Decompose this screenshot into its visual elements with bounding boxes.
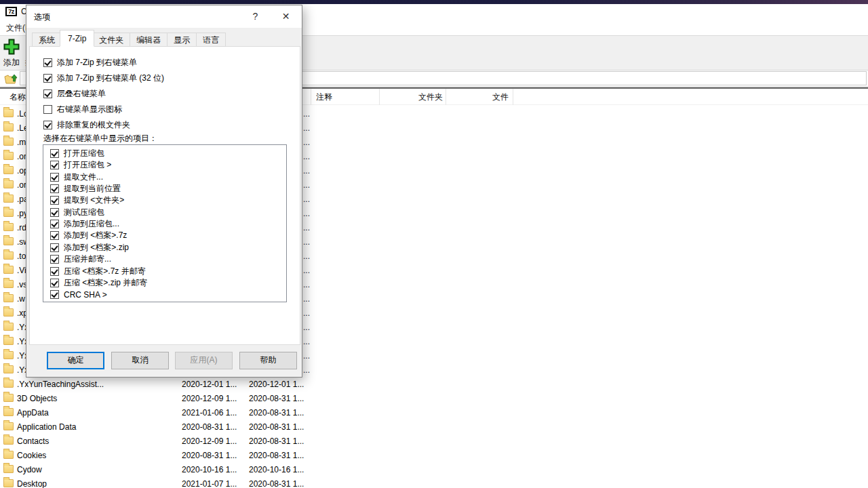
folder-icon <box>3 436 14 445</box>
file-name: .or <box>17 180 26 190</box>
file-created-date: 2020-08-31 1... <box>249 451 304 460</box>
file-name: .YxYunTeachingAssist... <box>17 380 104 389</box>
add-button[interactable]: 添加 <box>0 38 23 68</box>
checkbox-checked-icon[interactable] <box>50 290 59 299</box>
menu-item-row[interactable]: 压缩并邮寄... <box>50 254 111 264</box>
dialog-close-button[interactable]: ✕ <box>271 5 301 28</box>
file-row[interactable]: 3D Objects2020-12-09 1...2020-08-31 1... <box>0 391 868 405</box>
folder-icon <box>3 209 14 217</box>
tab-7-Zip[interactable]: 7-Zip <box>60 30 94 47</box>
truncated-date-tail: ... <box>303 351 310 361</box>
menu-item-row[interactable]: 打开压缩包 > <box>50 160 111 170</box>
folder-icon <box>3 237 14 245</box>
column-header-comment[interactable]: 注释 <box>311 89 380 105</box>
checkbox-checked-icon[interactable] <box>50 196 59 205</box>
checkbox-checked-icon[interactable] <box>50 255 59 264</box>
tab-显示[interactable]: 显示 <box>167 33 197 47</box>
file-row[interactable]: Desktop2021-01-07 1...2020-08-31 1... <box>0 476 868 488</box>
dialog-help-button[interactable]: ? <box>240 5 271 28</box>
menu-item-row[interactable]: 提取文件... <box>50 172 103 182</box>
tab-文件夹[interactable]: 文件夹 <box>92 33 130 47</box>
menu-item-row[interactable]: 打开压缩包 <box>50 148 104 159</box>
folder-icon <box>3 251 14 260</box>
menu-item-row[interactable]: 提取到 <文件夹> <box>50 195 124 205</box>
checkbox-checked-icon[interactable] <box>50 149 59 158</box>
folder-icon <box>3 166 14 174</box>
file-row[interactable]: AppData2021-01-06 1...2020-08-31 1... <box>0 405 868 420</box>
context-menu-items-box[interactable]: 打开压缩包打开压缩包 >提取文件...提取到当前位置提取到 <文件夹>测试压缩包… <box>43 144 287 302</box>
column-header-files[interactable]: 文件 <box>446 89 513 105</box>
menu-item-label: 添加到 <档案>.zip <box>64 242 129 253</box>
file-row[interactable]: .YxYunTeachingAssist...2020-12-01 1...20… <box>0 377 868 391</box>
tab-系统[interactable]: 系统 <box>32 33 62 47</box>
checkbox-checked-icon[interactable] <box>50 184 59 193</box>
menu-item-row[interactable]: 压缩 <档案>.7z 并邮寄 <box>50 266 146 277</box>
menu-item-row[interactable]: 压缩 <档案>.zip 并邮寄 <box>50 278 147 288</box>
file-modified-date: 2020-12-01 1... <box>182 380 237 389</box>
checkbox-checked-icon[interactable] <box>43 89 52 98</box>
add-icon <box>0 38 23 57</box>
checkbox-unchecked-icon[interactable] <box>43 105 52 114</box>
tab-语言[interactable]: 语言 <box>196 33 226 47</box>
checkbox-checked-icon[interactable] <box>50 231 59 240</box>
truncated-date-tail: ... <box>303 223 310 232</box>
file-row[interactable]: Cydow2020-10-16 1...2020-10-16 1... <box>0 462 868 476</box>
option-checkbox-row[interactable]: 添加 7-Zip 到右键菜单 (32 位) <box>43 73 164 83</box>
folder-icon <box>3 123 14 131</box>
file-row[interactable]: Cookies2020-08-31 1...2020-08-31 1... <box>0 448 868 462</box>
option-checkbox-row[interactable]: 添加 7-Zip 到右键菜单 <box>43 57 137 68</box>
truncated-date-tail: ... <box>303 323 310 332</box>
option-checkbox-row[interactable]: 右键菜单显示图标 <box>43 104 122 115</box>
checkbox-checked-icon[interactable] <box>43 58 52 67</box>
checkbox-checked-icon[interactable] <box>50 161 59 169</box>
folder-icon <box>3 308 14 317</box>
folder-icon <box>3 465 14 473</box>
checkbox-checked-icon[interactable] <box>50 220 59 228</box>
folder-icon <box>3 451 14 459</box>
help-button[interactable]: 帮助 <box>239 352 297 369</box>
menu-item-label: 提取到当前位置 <box>64 183 121 195</box>
option-checkbox-row[interactable]: 层叠右键菜单 <box>43 88 106 99</box>
menu-item-label: 添加到 <档案>.7z <box>64 230 127 241</box>
menu-item-row[interactable]: 添加到 <档案>.7z <box>50 230 127 241</box>
cancel-button[interactable]: 取消 <box>111 352 169 369</box>
folder-icon <box>3 422 14 430</box>
apply-button: 应用(A) <box>175 352 233 369</box>
option-label: 排除重复的根文件夹 <box>57 119 130 131</box>
menu-items-label: 选择在右键菜单中显示的项目： <box>43 133 157 144</box>
column-header-folders[interactable]: 文件夹 <box>380 89 446 105</box>
file-created-date: 2020-08-31 1... <box>249 422 304 432</box>
checkbox-checked-icon[interactable] <box>43 121 52 129</box>
tab-编辑器[interactable]: 编辑器 <box>130 33 167 47</box>
file-row[interactable]: Application Data2020-08-31 1...2020-08-3… <box>0 420 868 434</box>
menu-item-row[interactable]: 提取到当前位置 <box>50 184 121 194</box>
checkbox-checked-icon[interactable] <box>50 173 59 182</box>
menu-item-row[interactable]: CRC SHA > <box>50 289 107 300</box>
folder-icon <box>3 380 14 388</box>
menu-item-label: CRC SHA > <box>64 290 107 300</box>
file-row[interactable]: Contacts2020-12-09 1...2020-08-31 1... <box>0 434 868 448</box>
file-created-date: 2020-08-31 1... <box>249 408 304 418</box>
checkbox-checked-icon[interactable] <box>50 279 59 287</box>
option-checkbox-row[interactable]: 排除重复的根文件夹 <box>43 119 130 130</box>
ok-button[interactable]: 确定 <box>47 352 104 369</box>
menu-item-row[interactable]: 添加到 <档案>.zip <box>50 243 129 253</box>
up-folder-icon <box>3 76 18 87</box>
folder-icon <box>3 294 14 302</box>
checkbox-checked-icon[interactable] <box>43 74 52 83</box>
folder-icon <box>3 109 14 117</box>
checkbox-checked-icon[interactable] <box>50 243 59 252</box>
menu-item-label: 提取到 <文件夹> <box>64 195 124 206</box>
truncated-date-tail: ... <box>303 138 310 147</box>
truncated-date-tail: ... <box>303 209 310 218</box>
menu-item-label: 压缩 <档案>.7z 并邮寄 <box>64 266 146 277</box>
up-one-level-button[interactable] <box>3 72 18 85</box>
truncated-date-tail: ... <box>303 365 310 375</box>
options-dialog: 选项 ? ✕ 系统7-Zip文件夹编辑器显示语言 添加 7-Zip 到右键菜单添… <box>26 5 302 378</box>
menu-item-label: 添加到压缩包... <box>64 218 119 230</box>
menu-item-row[interactable]: 添加到压缩包... <box>50 219 119 229</box>
menu-item-row[interactable]: 测试压缩包 <box>50 207 104 218</box>
truncated-date-tail: ... <box>303 195 310 204</box>
checkbox-checked-icon[interactable] <box>50 267 59 276</box>
checkbox-checked-icon[interactable] <box>50 208 59 217</box>
